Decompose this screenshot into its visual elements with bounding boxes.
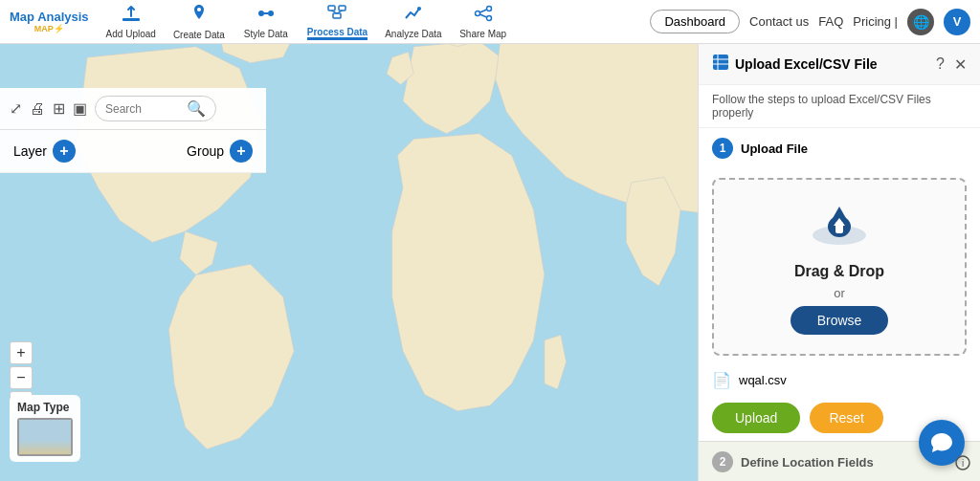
svg-rect-6 — [339, 6, 345, 11]
group-button[interactable]: Group + — [187, 140, 253, 163]
dashboard-button[interactable]: Dashboard — [650, 10, 740, 33]
svg-point-10 — [417, 7, 421, 11]
search-icon: 🔍 — [187, 99, 206, 118]
nav-process-data[interactable]: Process Data — [307, 3, 368, 40]
svg-point-3 — [268, 11, 274, 16]
step1-section: 1 Upload File — [699, 128, 980, 178]
nav-style-data-label: Style Data — [244, 29, 288, 39]
search-input[interactable] — [105, 102, 182, 116]
upload-panel-title: Upload Excel/CSV File — [735, 56, 878, 72]
brand-title: Map Analysis — [10, 10, 89, 24]
svg-rect-17 — [713, 55, 728, 70]
layer-group-bar: Layer + Group + — [0, 130, 266, 173]
svg-marker-23 — [832, 207, 847, 220]
create-data-icon — [191, 4, 207, 28]
step1-label: Upload File — [741, 142, 808, 156]
group-label: Group — [187, 143, 224, 159]
faq-link[interactable]: FAQ — [818, 14, 843, 29]
step1-number: 1 — [712, 138, 733, 159]
map-thumbnail[interactable] — [17, 418, 73, 456]
help-icon[interactable]: ? — [936, 55, 945, 73]
layer-label: Layer — [13, 143, 47, 159]
svg-line-14 — [479, 10, 486, 12]
upload-icon — [122, 5, 141, 27]
style-data-icon — [256, 5, 276, 27]
avatar[interactable]: V — [944, 9, 970, 35]
upload-title: Upload Excel/CSV File — [712, 54, 878, 75]
svg-point-13 — [486, 15, 491, 20]
left-panel: ⤢ 🖨 ⊞ ▣ 🔍 Layer + Group + — [0, 88, 266, 173]
map-thumb-inner — [19, 420, 71, 454]
top-navigation: Map Analysis MAP⚡ Add Upload Create Data… — [0, 0, 980, 44]
spreadsheet-icon — [712, 54, 729, 75]
header-icons: ? ✕ — [936, 55, 967, 74]
upload-panel: Upload Excel/CSV File ? ✕ Follow the ste… — [698, 44, 980, 481]
zoom-in-button[interactable]: + — [10, 341, 33, 364]
svg-rect-7 — [333, 13, 341, 18]
nav-create-data[interactable]: Create Data — [173, 4, 225, 40]
map-type-label: Map Type — [17, 401, 69, 414]
nav-add-upload-label: Add Upload — [106, 29, 156, 39]
nav-process-data-label: Process Data — [307, 27, 368, 37]
svg-point-11 — [486, 6, 491, 11]
nav-create-data-label: Create Data — [173, 30, 225, 40]
upload-button[interactable]: Upload — [712, 403, 800, 433]
reset-button[interactable]: Reset — [810, 403, 883, 433]
share-map-icon — [474, 5, 493, 27]
map-type-selector[interactable]: Map Type — [10, 395, 80, 462]
file-icon: 📄 — [712, 371, 731, 389]
add-layer-button[interactable]: + — [53, 140, 76, 163]
close-icon[interactable]: ✕ — [954, 55, 967, 74]
upload-cloud-icon — [811, 199, 868, 257]
svg-point-2 — [258, 11, 264, 16]
nav-share-map-label: Share Map — [459, 29, 506, 39]
brand-logo: Map Analysis MAP⚡ — [10, 10, 89, 33]
nav-add-upload[interactable]: Add Upload — [106, 5, 156, 39]
svg-point-1 — [197, 8, 201, 11]
pricing-link[interactable]: Pricing | — [853, 14, 898, 29]
step2-label: Define Location Fields — [741, 455, 874, 470]
nav-style-data[interactable]: Style Data — [242, 5, 290, 39]
print-icon[interactable]: 🖨 — [30, 100, 45, 118]
info-icon[interactable]: i — [946, 451, 980, 477]
svg-text:i: i — [962, 458, 964, 469]
file-name: wqal.csv — [739, 373, 787, 387]
brand-sub: MAP⚡ — [34, 24, 64, 33]
contact-link[interactable]: Contact us — [749, 14, 809, 29]
layout-icon[interactable]: ▣ — [73, 99, 87, 118]
svg-line-15 — [479, 14, 486, 17]
nav-analyze-data[interactable]: Analyze Data — [385, 5, 441, 39]
browse-button[interactable]: Browse — [791, 306, 889, 335]
nav-share-map[interactable]: Share Map — [459, 5, 507, 39]
table-icon[interactable]: ⊞ — [53, 99, 65, 118]
analyze-data-icon — [404, 5, 423, 27]
globe-icon: 🌐 — [907, 9, 934, 35]
upload-header: Upload Excel/CSV File ? ✕ — [699, 44, 980, 85]
add-group-button[interactable]: + — [230, 140, 253, 163]
map-toolbar: ⤢ 🖨 ⊞ ▣ 🔍 — [0, 88, 266, 130]
step1-header: 1 Upload File — [712, 138, 967, 159]
layer-button[interactable]: Layer + — [13, 140, 76, 163]
zoom-out-button[interactable]: − — [10, 366, 33, 389]
or-text: or — [834, 286, 845, 300]
step2-number: 2 — [712, 451, 733, 472]
drop-zone[interactable]: Drag & Drop or Browse — [712, 178, 967, 356]
search-box[interactable]: 🔍 — [95, 96, 216, 121]
svg-point-12 — [475, 11, 479, 15]
drag-drop-text: Drag & Drop — [794, 263, 884, 280]
file-item: 📄 wqal.csv — [699, 365, 980, 395]
nav-right: Dashboard Contact us FAQ Pricing | 🌐 V — [650, 9, 970, 35]
nav-analyze-data-label: Analyze Data — [385, 29, 441, 39]
svg-rect-5 — [328, 6, 335, 11]
expand-icon[interactable]: ⤢ — [10, 99, 22, 118]
svg-rect-0 — [122, 18, 140, 21]
upload-subtitle: Follow the steps to upload Excel/CSV Fil… — [699, 85, 980, 128]
process-data-icon — [327, 3, 346, 25]
